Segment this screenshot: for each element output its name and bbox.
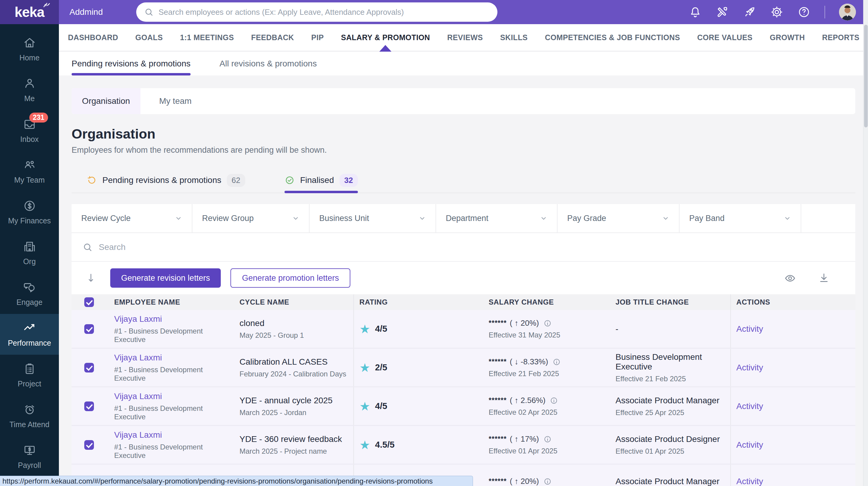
info-icon[interactable] <box>543 435 552 444</box>
toolbar-right <box>784 272 830 284</box>
salary-change: ( ↑ 20%) <box>510 477 539 486</box>
sidebar-item-my-team[interactable]: My Team <box>0 151 59 192</box>
row-checkbox[interactable] <box>84 401 94 411</box>
scope-toggle: Organisation My team <box>71 88 855 114</box>
home-icon <box>23 36 36 50</box>
sidebar-item-label: Inbox <box>20 135 39 144</box>
info-icon[interactable] <box>552 358 561 366</box>
tab-reviews[interactable]: REVIEWS <box>447 33 483 42</box>
activity-link[interactable]: Activity <box>736 324 855 334</box>
filter-department[interactable]: Department <box>436 204 558 232</box>
sidebar-item-my-finances[interactable]: My Finances <box>0 192 59 232</box>
filter-review-cycle[interactable]: Review Cycle <box>71 204 192 232</box>
scope-my-team[interactable]: My team <box>141 88 210 114</box>
masked-salary: ****** <box>489 396 507 404</box>
tab-dashboard[interactable]: DASHBOARD <box>68 33 118 42</box>
sidebar-item-engage[interactable]: Engage <box>0 273 59 314</box>
generate-promotion-letters-button[interactable]: Generate promotion letters <box>230 268 350 288</box>
masked-salary: ****** <box>489 358 507 366</box>
subtab-all-revisions[interactable]: All revisions & promotions <box>220 52 317 75</box>
settings-gear-icon[interactable] <box>770 5 783 19</box>
table-row: Vijaya Laxmi #1 - Business Development E… <box>71 349 855 387</box>
topbar-divider <box>825 6 825 19</box>
list-search[interactable] <box>71 233 855 262</box>
tab-growth[interactable]: GROWTH <box>770 33 805 42</box>
list-search-input[interactable] <box>99 242 855 252</box>
download-icon[interactable] <box>818 272 830 284</box>
project-clipboard-icon <box>23 362 36 376</box>
row-checkbox[interactable] <box>84 363 94 372</box>
employee-name-link[interactable]: Vijaya Laxmi <box>114 430 234 440</box>
sidebar-item-label: Engage <box>16 298 42 307</box>
select-all-checkbox[interactable] <box>84 297 94 307</box>
tab-salary-promotion[interactable]: SALARY & PROMOTION <box>341 33 430 42</box>
revisions-table: EMPLOYEE NAME CYCLE NAME RATING SALARY C… <box>71 294 855 486</box>
tab-finalised[interactable]: Finalised 32 <box>284 168 358 193</box>
sidebar-items: Home Me 231 Inbox <box>0 29 59 477</box>
tab-pip[interactable]: PIP <box>311 33 324 42</box>
cycle-detail: February 2024 - Calibration Days <box>240 370 353 378</box>
rating-value: 4/5 <box>375 401 387 411</box>
keka-logo-block[interactable]: keka <box>0 0 59 24</box>
employee-name-link[interactable]: Vijaya Laxmi <box>114 353 234 362</box>
tab-competencies-job-functions[interactable]: COMPETENCIES & JOB FUNCTIONS <box>545 33 680 42</box>
performance-trend-icon <box>23 321 36 335</box>
activity-link[interactable]: Activity <box>736 477 855 486</box>
generate-revision-letters-button[interactable]: Generate revision letters <box>110 268 221 288</box>
job-title-change: - <box>616 324 730 334</box>
sort-descending-icon[interactable] <box>85 272 97 284</box>
cycle-name: YDE - 360 review feedback <box>240 434 353 444</box>
activity-link[interactable]: Activity <box>736 401 855 411</box>
scrollbar-track[interactable] <box>863 0 868 486</box>
subtab-pending-revisions[interactable]: Pending revisions & promotions <box>71 52 191 75</box>
sidebar-item-inbox[interactable]: 231 Inbox <box>0 110 59 151</box>
tab-goals[interactable]: GOALS <box>135 33 163 42</box>
cycle-detail: March 2025 - Jordan <box>240 409 353 417</box>
row-checkbox[interactable] <box>84 324 94 334</box>
tab-1-1-meetings[interactable]: 1:1 MEETINGS <box>180 33 234 42</box>
tab-feedback[interactable]: FEEDBACK <box>251 33 294 42</box>
activity-link[interactable]: Activity <box>736 363 855 372</box>
filter-pay-grade[interactable]: Pay Grade <box>558 204 680 232</box>
filter-pay-band[interactable]: Pay Band <box>680 204 801 232</box>
scrollbar-thumb[interactable] <box>864 25 868 127</box>
page-title: Organisation <box>71 126 156 142</box>
info-icon[interactable] <box>550 396 558 405</box>
filter-business-unit[interactable]: Business Unit <box>310 204 436 232</box>
activity-link[interactable]: Activity <box>736 440 855 450</box>
help-icon[interactable] <box>797 5 811 19</box>
admin-tools-icon[interactable] <box>716 5 729 19</box>
sidebar-item-label: Payroll <box>18 461 41 470</box>
search-icon <box>83 242 93 252</box>
chevron-down-icon <box>784 215 791 222</box>
tab-pending-revisions-promotions[interactable]: Pending revisions & promotions 62 <box>87 168 245 193</box>
sidebar-item-performance[interactable]: Performance <box>0 314 59 355</box>
tab-reports[interactable]: REPORTS <box>822 33 860 42</box>
cycle-name: cloned <box>240 319 353 328</box>
user-avatar[interactable] <box>839 4 856 21</box>
info-icon[interactable] <box>543 319 552 327</box>
employee-name-link[interactable]: Vijaya Laxmi <box>114 391 234 401</box>
global-search-input[interactable] <box>159 7 490 17</box>
employee-role: #1 - Business Development Executive <box>114 365 234 383</box>
global-search[interactable] <box>136 2 497 22</box>
employee-name-link[interactable]: Vijaya Laxmi <box>114 314 234 324</box>
col-employee-name: EMPLOYEE NAME <box>109 294 234 310</box>
salary-change: ( ↓ -8.33%) <box>510 357 548 366</box>
filter-review-group[interactable]: Review Group <box>192 204 310 232</box>
tab-core-values[interactable]: CORE VALUES <box>698 33 753 42</box>
row-checkbox[interactable] <box>84 440 94 450</box>
sidebar-item-time-attend[interactable]: Time Attend <box>0 395 59 436</box>
chevron-down-icon <box>418 215 426 222</box>
tab-skills[interactable]: SKILLS <box>500 33 528 42</box>
info-icon[interactable] <box>543 477 552 486</box>
sidebar-item-org[interactable]: Org <box>0 232 59 273</box>
sidebar-item-me[interactable]: Me <box>0 69 59 110</box>
notifications-bell-icon[interactable] <box>689 5 702 19</box>
whats-new-rocket-icon[interactable] <box>743 5 756 19</box>
sidebar-item-project[interactable]: Project <box>0 355 59 395</box>
scope-organisation[interactable]: Organisation <box>71 88 141 114</box>
sidebar-item-home[interactable]: Home <box>0 29 59 69</box>
column-visibility-eye-icon[interactable] <box>784 272 796 284</box>
sidebar-item-payroll[interactable]: Payroll <box>0 436 59 477</box>
